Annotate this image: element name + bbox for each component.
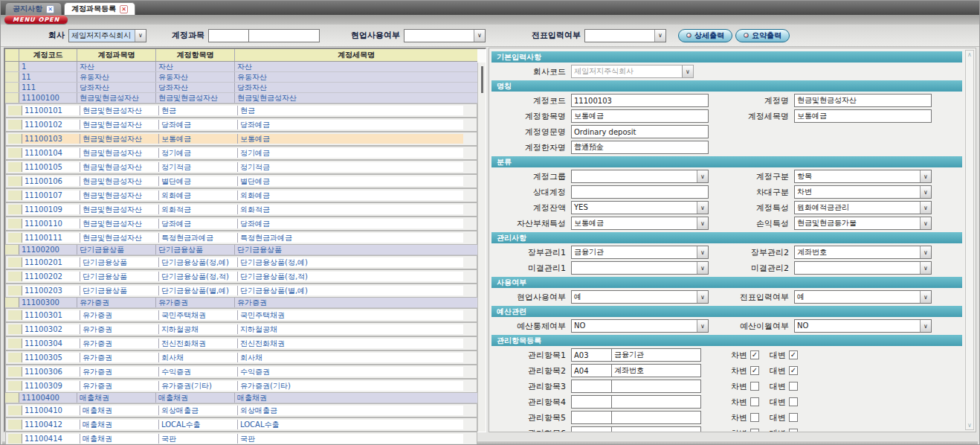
account-group-select[interactable]: ∨ [571, 170, 709, 183]
account-name-input[interactable] [794, 94, 932, 107]
account-name-search-input[interactable] [249, 29, 320, 42]
account-eng-input[interactable] [571, 125, 709, 138]
table-row[interactable]: 11100102 현금및현금성자산 당좌예금 당좌예금 [5, 118, 477, 132]
tab-close-icon[interactable]: ✕ [46, 5, 54, 13]
account-hanja-input[interactable] [571, 141, 709, 154]
row-selector-cell[interactable] [8, 106, 22, 115]
table-row[interactable]: 11100309 유가증권 유가증권(기타) 유가증권(기타) [5, 379, 477, 393]
table-row[interactable]: 11100301 유가증권 국민주택채권 국민주택채권 [5, 308, 477, 322]
mgmt-item6-name-input[interactable] [612, 426, 701, 432]
tab-account-register[interactable]: 계정과목등록 ✕ [64, 2, 135, 15]
row-selector-cell[interactable] [5, 62, 19, 71]
table-row[interactable]: 1 자산 자산 자산 [5, 62, 477, 72]
panel-vertical-scrollbar[interactable]: ∧ ∨ [965, 50, 974, 430]
account-code-input[interactable] [571, 94, 709, 107]
open-mgmt2-select[interactable]: ∨ [794, 261, 932, 275]
counter-account-input[interactable] [571, 185, 709, 199]
table-row[interactable]: 11100200 단기금융상품 단기금융상품 단기금융상품 [5, 245, 477, 255]
row-selector-cell[interactable] [5, 298, 19, 307]
credit-checkbox[interactable] [789, 350, 798, 359]
table-row[interactable]: 11100101 현금및현금성자산 현금 현금 [5, 103, 477, 118]
table-row[interactable]: 11100412 매출채권 LOCAL수출 LOCAL수출 [5, 417, 477, 432]
company-code-select[interactable]: 제일저지주식회사 ∨ [571, 65, 694, 78]
row-selector-cell[interactable] [8, 406, 22, 415]
table-row[interactable]: 11100410 매출채권 외상매출금 외상매출금 [5, 403, 477, 417]
book-mgmt2-select[interactable]: 계좌번호∨ [794, 246, 932, 259]
mgmt-item4-code-input[interactable] [571, 395, 612, 409]
credit-checkbox[interactable] [789, 397, 798, 406]
row-selector-cell[interactable] [8, 324, 22, 334]
table-row[interactable]: 11 유동자산 유동자산 유동자산 [5, 72, 477, 83]
budget-carryover-select[interactable]: NO∨ [794, 319, 932, 333]
account-balance-select[interactable]: YES∨ [571, 201, 709, 214]
credit-checkbox[interactable] [789, 429, 798, 432]
mgmt-item3-name-input[interactable] [612, 380, 701, 393]
account-item-input[interactable] [571, 109, 709, 123]
mgmt-item3-code-input[interactable] [571, 380, 612, 393]
row-selector-cell[interactable] [5, 72, 19, 82]
row-selector-cell[interactable] [8, 339, 22, 348]
row-selector-cell[interactable] [8, 205, 22, 214]
row-selector-cell[interactable] [8, 272, 22, 281]
row-selector-cell[interactable] [8, 257, 22, 267]
company-select[interactable]: 제일저지주식회시 ∨ [68, 29, 146, 42]
table-row[interactable]: 11100302 유가증권 지하철공채 지하철공채 [5, 322, 477, 336]
account-division-select[interactable]: 항목∨ [794, 170, 932, 183]
account-code-search-input[interactable] [208, 29, 249, 42]
credit-checkbox[interactable] [789, 413, 798, 422]
mgmt-item2-code-input[interactable] [571, 364, 612, 377]
table-row[interactable]: 11100111 현금및현금성자산 특정현금과예금 특정현금과예금 [5, 231, 477, 245]
row-selector-cell[interactable] [8, 420, 22, 429]
debit-credit-division-select[interactable]: 차변∨ [794, 185, 932, 199]
row-selector-cell[interactable] [8, 134, 22, 144]
table-row[interactable]: 11100300 유가증권 유가증권 유가증권 [5, 298, 477, 308]
table-row[interactable]: 11100414 매출채권 국판 국판 [5, 432, 477, 445]
table-row[interactable]: 11100106 현금및현금성자산 별단예금 별단예금 [5, 174, 477, 188]
slip-entry-filter-select[interactable]: ∨ [584, 29, 666, 42]
table-row[interactable]: 11100105 현금및현금성자산 정기적금 정기적금 [5, 160, 477, 174]
account-detail-input[interactable] [794, 109, 932, 123]
debit-checkbox[interactable] [750, 397, 759, 406]
tab-close-icon[interactable]: ✕ [120, 5, 128, 13]
row-selector-cell[interactable] [5, 83, 19, 92]
account-trait-select[interactable]: 원화예적금관리∨ [794, 201, 932, 214]
detail-print-button[interactable]: 상세출력 [678, 29, 732, 42]
row-selector-cell[interactable] [8, 367, 22, 377]
row-selector-cell[interactable] [5, 245, 19, 254]
row-selector-cell[interactable] [8, 353, 22, 362]
grid-scrollbar-thumb[interactable] [481, 66, 483, 93]
asset-liability-trait-select[interactable]: 보통예금∨ [571, 217, 709, 230]
table-row[interactable]: 11100202 단기금융상품 단기금융상품(정,적) 단기금융상품(정,적) [5, 269, 477, 284]
tab-notice[interactable]: 공지사항 ✕ [5, 2, 62, 15]
table-row[interactable]: 11100109 현금및현금성자산 외화적금 외화적금 [5, 202, 477, 217]
debit-checkbox[interactable] [750, 413, 759, 422]
row-selector-cell[interactable] [5, 93, 19, 103]
table-row[interactable]: 11100203 단기금융상품 단기금융상품(별,예) 단기금융상품(별,예) [5, 284, 477, 298]
row-selector-cell[interactable] [8, 176, 22, 186]
table-row[interactable]: 11100306 유가증권 수익증권 수익증권 [5, 365, 477, 379]
table-row[interactable]: 11100110 현금및현금성자산 당좌예금 당좌예금 [5, 217, 477, 231]
row-selector-cell[interactable] [8, 148, 22, 158]
table-row[interactable]: 11100107 현금및현금성자산 외화예금 외화예금 [5, 188, 477, 202]
credit-checkbox[interactable] [789, 382, 798, 391]
book-mgmt1-select[interactable]: 금융기관∨ [571, 246, 709, 259]
table-row[interactable]: 111 당좌자산 당좌자산 당좌자산 [5, 83, 477, 93]
debit-checkbox[interactable] [750, 429, 759, 432]
row-selector-cell[interactable] [8, 162, 22, 172]
menu-open-button[interactable]: MENU OPEN [4, 16, 68, 24]
profit-loss-trait-select[interactable]: 현금및현금등가물∨ [794, 217, 932, 230]
mgmt-item2-name-input[interactable] [612, 364, 701, 377]
table-row[interactable]: 11100100 현금및현금성자산 현금및현금성자산 현금및현금성자산 [5, 93, 477, 103]
chevron-down-icon[interactable]: ∨ [967, 421, 972, 429]
grid-vertical-scrollbar[interactable] [477, 63, 486, 432]
row-selector-cell[interactable] [8, 219, 22, 228]
table-row[interactable]: 11100201 단기금융상품 단기금융상품(정,예) 단기금융상품(정,예) [5, 255, 477, 269]
slip-entry-select[interactable]: 예∨ [794, 290, 932, 304]
table-row[interactable]: 11100104 현금및현금성자산 정기예금 정기예금 [5, 146, 477, 160]
table-row[interactable]: 11100103 현금및현금성자산 보통예금 보통예금 [5, 132, 477, 146]
table-row[interactable]: 11100400 매출채권 매출채권 매출채권 [5, 393, 477, 403]
mgmt-item1-code-input[interactable] [571, 348, 612, 362]
biz-use-select[interactable]: 예∨ [571, 290, 709, 304]
debit-checkbox[interactable] [750, 366, 759, 375]
budget-control-select[interactable]: NO∨ [571, 319, 709, 333]
